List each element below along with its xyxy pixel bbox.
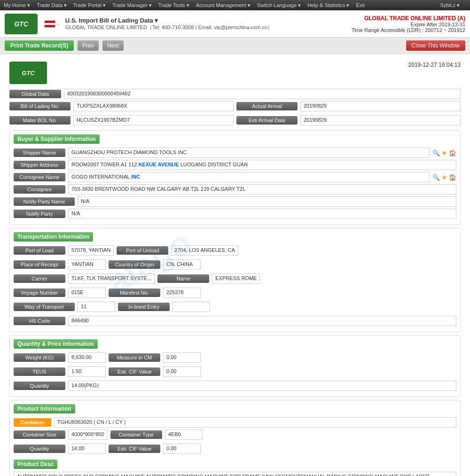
esti-cif-field: Esti. CIF Value 0.00 [109, 367, 201, 377]
place-of-receipt-field: Place of Receipt YANTIAN [14, 259, 106, 270]
place-of-receipt-value: YANTIAN [68, 259, 106, 270]
global-data-label: Global Data [9, 90, 61, 98]
consignee-star-icon[interactable]: ★ [441, 173, 447, 181]
menu-language[interactable]: Switch Language ▾ [257, 2, 301, 8]
container-type-value: 4EB0 [165, 429, 203, 440]
esti-cif-value: 0.00 [163, 367, 201, 377]
expire-date: Expire After 2019-12-31 [352, 22, 465, 27]
menu-trade-portal[interactable]: Trade Portal ▾ [73, 2, 106, 8]
container-size-label: Container Size [14, 430, 65, 439]
way-of-transport-value: 11 [78, 302, 115, 312]
esti-arrival-field: Esti Arrival Date 20190829 [236, 115, 461, 125]
doc-timestamp: 2019-12-27 16:04:13 [408, 62, 461, 68]
transportation-title: Transportation Information [14, 232, 93, 242]
product-info-section: Product Information Container TGHU836302… [9, 400, 461, 476]
prod-row3: Quantity 14.00 Esti. CIF Value 0.00 [14, 444, 456, 456]
print-top-button[interactable]: Print Trade Record(S) [5, 40, 74, 51]
weight-value: 8,630.00 [68, 352, 106, 363]
prod-esti-cif-field: Esti. CIF Value 0.00 [109, 444, 201, 454]
qp-row2: TEUS 1.50 Esti. CIF Value 0.00 [14, 367, 456, 379]
user-name[interactable]: Sybil.z ▾ [440, 2, 460, 8]
consignee-name-icons: 🔍 ★ 🏠 [432, 173, 456, 181]
container-value: TGHU8363020 ( CN / L / CY ) [54, 417, 456, 428]
shipper-star-icon[interactable]: ★ [441, 149, 447, 156]
prod-quantity-field: Quantity 14.00 [14, 444, 106, 454]
menu-trade-data[interactable]: Trade Data ▾ [37, 2, 67, 8]
qp-quantity-label: Quantity [14, 382, 65, 390]
consignee-name-value: GOGO INTERNATIONAL INC [68, 172, 430, 182]
global-data-value: 6003201908300000459482 [64, 89, 461, 99]
shipper-address-field: Shipper Address ROOM2007 TOWER A1 112 KE… [14, 160, 456, 170]
actual-arrival-label: Actual Arrival [236, 102, 298, 110]
carrier-value: TLKF, TLK TRANSPORT SYSTE... [68, 273, 155, 284]
company-name: GLOBAL TRADE ONLINE LIMITED (A) [352, 15, 465, 22]
header-contact: GLOBAL TRADE ONLINE LIMITED（Tel: 400-710… [65, 24, 273, 31]
page-title: U.S. Import Bill of Lading Data ▾ [65, 17, 273, 24]
consignee-home-icon[interactable]: 🏠 [449, 174, 456, 181]
hs-code-label: HS Code [14, 317, 65, 325]
bol-label: Bill of Lading No. [9, 102, 70, 110]
notify-party-name-value: N/A [78, 196, 456, 207]
quantity-price-section: Quantity & Price Information Weight (KG)… [9, 335, 461, 397]
doc-logo: GTC [9, 62, 47, 84]
menu-trade-tools[interactable]: Trade Tools ▾ [158, 2, 189, 8]
manifest-no-field: Manifest No. 225378 [109, 288, 201, 298]
shipper-name-icons: 🔍 ★ 🏠 [432, 149, 456, 156]
next-top-button[interactable]: Next [102, 40, 124, 51]
manifest-no-value: 225378 [163, 288, 201, 298]
product-desc-section: Product Desc AUTOMATIC COLD PRESS AND FO… [14, 458, 456, 476]
port-of-load-value: 57078, YANTIAN [68, 245, 114, 256]
transport-row1: Port of Load 57078, YANTIAN Port of Unlo… [14, 245, 456, 258]
menu-help[interactable]: Help & Statistics ▾ [307, 2, 349, 8]
logo-area: GTC [5, 14, 38, 34]
menu-home[interactable]: My Home ▾ [4, 2, 30, 8]
way-of-transport-field: Way of Transport 11 [14, 302, 115, 312]
carrier-label: Carrier [14, 274, 65, 283]
shipper-home-icon[interactable]: 🏠 [449, 149, 456, 156]
inbond-entry-label: In-bond Entry [118, 303, 170, 311]
notify-party-field: Notify Party N/A [14, 209, 456, 219]
teus-field: TEUS 1.50 [14, 367, 106, 377]
menu-trade-manager[interactable]: Trade Manager ▾ [112, 2, 152, 8]
transport-row5: Way of Transport 11 In-bond Entry [14, 302, 456, 314]
name-field: Name EXPRESS ROME [157, 273, 260, 284]
menu-account[interactable]: Account Management ▾ [196, 2, 251, 8]
prod-row2: Container Size 4000*906*802 Container Ty… [14, 429, 456, 442]
time-range: Time Range Accessible (LDR) : 200712 ~ 2… [352, 27, 465, 33]
consignee-search-icon[interactable]: 🔍 [432, 174, 440, 181]
voyage-number-value: 015E [68, 288, 106, 298]
product-info-title: Product Information [14, 404, 75, 414]
consignee-name-field: Consignee Name GOGO INTERNATIONAL INC 🔍 … [14, 172, 456, 182]
flag-separator: - [57, 20, 60, 28]
country-of-origin-field: Country of Origin CN, CHINA [109, 259, 201, 270]
shipper-address-value: ROOM2007 TOWER A1 112 KEXUE AVENUE LUOGA… [68, 160, 456, 170]
buyer-supplier-title: Buyer & Supplier Information [14, 134, 100, 144]
main-content: GTC 2019-12-27 16:04:13 Global Data 6003… [0, 54, 470, 476]
port-of-unload-label: Port of Unload [117, 246, 168, 255]
product-desc-title: Product Desc [14, 460, 57, 469]
country-of-origin-value: CN, CHINA [163, 259, 201, 270]
header-title-area: U.S. Import Bill of Lading Data ▾ GLOBAL… [65, 17, 273, 31]
manifest-no-label: Manifest No. [109, 289, 160, 297]
prev-top-button[interactable]: Prev [78, 40, 99, 51]
esti-arrival-value: 20190829 [300, 115, 461, 125]
port-of-unload-value: 2704, LOS ANGELES, CA [171, 245, 238, 256]
mater-bol-label: Mater BOL No. [9, 116, 70, 125]
shipper-address-label: Shipper Address [14, 161, 65, 169]
menu-exit[interactable]: Exit [356, 2, 364, 8]
consignee-name-label: Consignee Name [14, 173, 65, 181]
us-flag-icon [44, 20, 55, 28]
header-bar: GTC - U.S. Import Bill of Lading Data ▾ … [0, 10, 470, 38]
close-top-button[interactable]: Close This Window [406, 40, 465, 51]
notify-party-name-field: Notify Party Name N/A [14, 196, 456, 207]
shipper-search-icon[interactable]: 🔍 [432, 149, 440, 156]
voyage-number-label: Voyage Number [14, 289, 65, 297]
teus-label: TEUS [14, 367, 65, 376]
prod-quantity-label: Quantity [14, 445, 65, 453]
consignee-field: Consignee 703-3830 BRENTWOOD ROAD NW CAL… [14, 184, 456, 195]
mater-bol-value: HLCUSZX1907BZMD7 [73, 115, 234, 125]
weight-label: Weight (KG) [14, 353, 65, 362]
esti-arrival-label: Esti Arrival Date [236, 116, 298, 125]
inbond-entry-value [172, 302, 210, 312]
transportation-section: atago Transportation Information Port of… [9, 228, 461, 332]
